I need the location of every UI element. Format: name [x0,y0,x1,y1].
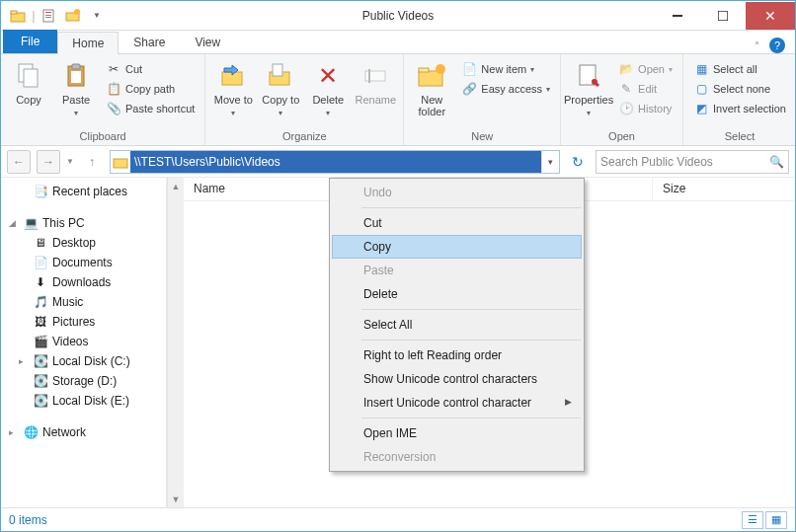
maximize-button[interactable] [700,2,746,30]
view-details-button[interactable]: ☰ [742,511,763,529]
selectnone-button[interactable]: ▢Select none [689,80,790,98]
tab-view[interactable]: View [180,31,235,53]
qat-newfolder-icon[interactable] [62,5,84,27]
nav-local-e[interactable]: 💽Local Disk (E:) [1,391,166,411]
selectall-button[interactable]: ▦Select all [689,60,790,78]
delete-button[interactable]: ✕ Delete▾ [306,58,350,121]
newitem-button[interactable]: 📄New item ▾ [457,60,554,78]
file-list[interactable]: Name ype Size Undo Cut Copy Paste Delete… [184,178,795,507]
scroll-up-icon[interactable]: ▲ [168,178,184,194]
copy-button[interactable]: Copy [7,58,50,108]
cut-button[interactable]: ✂Cut [102,60,199,78]
navigation-pane[interactable]: 📑Recent places ◢💻This PC 🖥Desktop 📄Docum… [1,178,167,507]
paste-button[interactable]: Paste ▾ [54,58,98,121]
desktop-icon: 🖥 [33,235,48,251]
ctx-open-ime[interactable]: Open IME [332,421,582,445]
address-bar[interactable]: ▾ [110,150,560,174]
ctx-selectall[interactable]: Select All [332,313,582,337]
rename-button[interactable]: Rename [354,58,397,108]
close-button[interactable]: ✕ [746,2,795,30]
history-icon: 🕑 [618,101,634,116]
scroll-down-icon[interactable]: ▼ [168,491,184,507]
group-new-label: New [410,128,554,145]
svg-rect-19 [368,69,370,83]
tab-share[interactable]: Share [119,31,180,53]
nav-local-c[interactable]: ▸💽Local Disk (C:) [1,351,166,371]
nav-music[interactable]: 🎵Music [1,292,166,312]
nav-back-button[interactable]: ← [7,150,31,174]
ctx-undo: Undo [332,181,582,204]
qat-folder-icon[interactable] [7,5,29,27]
copypath-button[interactable]: 📋Copy path [102,80,199,98]
svg-point-7 [74,9,80,15]
nav-this-pc[interactable]: ◢💻This PC [1,213,166,233]
recent-icon: 📑 [33,184,48,199]
edit-button[interactable]: ✎Edit [614,80,677,98]
navpane-scrollbar[interactable]: ▲ ▼ [167,178,184,507]
ctx-show-unicode[interactable]: Show Unicode control characters [332,367,582,391]
nav-downloads[interactable]: ⬇Downloads [1,272,166,292]
address-input[interactable] [130,151,541,173]
nav-desktop[interactable]: 🖥Desktop [1,233,166,253]
nav-forward-button[interactable]: → [37,150,60,174]
nav-videos[interactable]: 🎬Videos [1,332,166,351]
nav-network[interactable]: ▸🌐Network [1,422,166,442]
rename-icon [359,60,391,92]
ctx-copy[interactable]: Copy [332,235,582,259]
svg-rect-5 [45,17,51,18]
moveto-button[interactable]: Move to▾ [211,58,255,121]
history-button[interactable]: 🕑History [614,100,677,117]
nav-storage-d[interactable]: 💽Storage (D:) [1,371,166,391]
pictures-icon: 🖼 [33,314,48,330]
context-menu: Undo Cut Copy Paste Delete Select All Ri… [329,178,585,472]
file-tab[interactable]: File [3,30,57,53]
properties-button[interactable]: Properties▾ [567,58,610,121]
newfolder-icon [416,60,447,92]
disk-icon: 💽 [33,393,48,409]
pasteshortcut-button[interactable]: 📎Paste shortcut [102,100,199,117]
ctx-cut[interactable]: Cut [332,211,582,235]
expand-icon[interactable]: ◢ [9,218,19,228]
svg-rect-3 [45,12,51,13]
svg-rect-13 [72,64,80,69]
nav-up-button[interactable]: ↑ [80,150,104,174]
qat-properties-icon[interactable] [39,5,60,27]
ribbon-collapse-icon[interactable]: ˄ [755,40,759,51]
address-dropdown-icon[interactable]: ▾ [541,151,559,173]
copypath-icon: 📋 [106,81,121,97]
invertselection-button[interactable]: ◩Invert selection [689,100,790,117]
easyaccess-button[interactable]: 🔗Easy access ▾ [457,80,554,98]
view-icons-button[interactable]: ▦ [765,511,787,529]
invert-icon: ◩ [693,101,709,116]
tab-home[interactable]: Home [57,32,119,54]
qat-dropdown-icon[interactable]: ▼ [86,5,108,27]
properties-icon [573,60,604,92]
nav-recent-dropdown[interactable]: ▼ [66,157,74,166]
open-button[interactable]: 📂Open ▾ [614,60,677,78]
svg-rect-8 [673,15,682,17]
refresh-button[interactable]: ↻ [566,150,590,174]
address-folder-icon [111,154,130,170]
delete-icon: ✕ [312,60,344,92]
help-icon[interactable]: ? [769,38,785,53]
nav-recent-places[interactable]: 📑Recent places [1,182,166,201]
ctx-insert-unicode[interactable]: Insert Unicode control character▶ [332,391,582,415]
ctx-reconversion: Reconversion [332,445,582,469]
group-clipboard-label: Clipboard [7,128,199,145]
nav-pictures[interactable]: 🖼Pictures [1,312,166,332]
nav-documents[interactable]: 📄Documents [1,253,166,272]
paste-icon [60,60,92,92]
ctx-delete[interactable]: Delete [332,282,582,306]
search-input[interactable]: Search Public Videos 🔍 [596,150,789,174]
videos-icon: 🎬 [33,334,48,349]
ctx-rtl[interactable]: Right to left Reading order [332,343,582,367]
copyto-button[interactable]: Copy to▾ [259,58,302,121]
newfolder-button[interactable]: New folder [410,58,453,119]
moveto-icon [217,60,249,92]
svg-rect-11 [24,69,38,87]
minimize-button[interactable] [655,2,700,30]
documents-icon: 📄 [33,255,48,270]
group-open-label: Open [567,128,677,145]
column-size[interactable]: Size [653,178,795,200]
network-icon: 🌐 [23,424,39,440]
